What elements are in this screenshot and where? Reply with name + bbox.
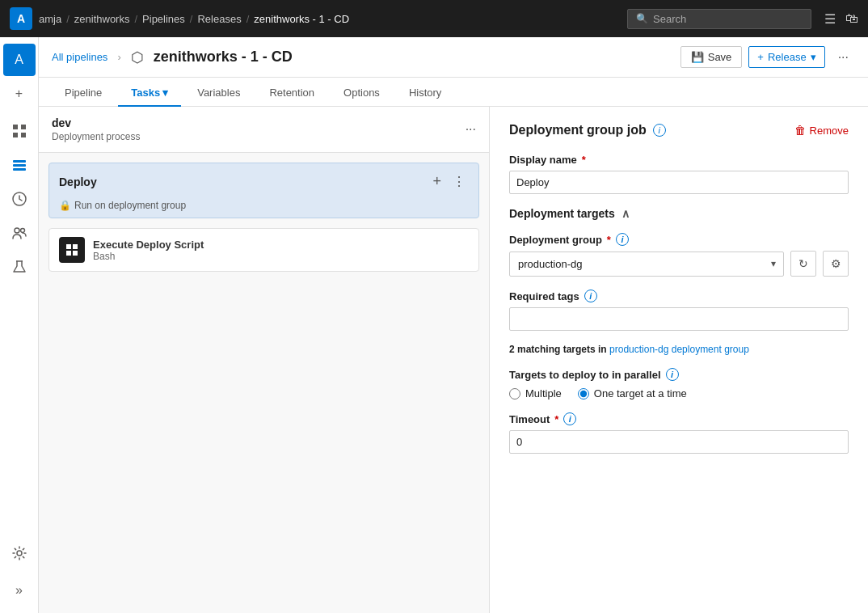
table-row[interactable]: Execute Deploy Script Bash [48, 228, 479, 272]
svg-point-8 [15, 228, 19, 233]
timeout-info-icon[interactable]: i [563, 412, 576, 425]
info-icon[interactable]: i [653, 124, 666, 137]
search-box[interactable]: 🔍 Search [627, 9, 811, 29]
deployment-targets-section: Deployment targets ∧ [509, 207, 849, 220]
top-bar-icons: ☰ 🛍 [824, 11, 858, 27]
search-icon: 🔍 [636, 13, 648, 24]
display-name-group: Display name * [509, 154, 849, 194]
nav-board[interactable] [3, 115, 36, 147]
tab-history[interactable]: History [396, 78, 454, 107]
display-name-input[interactable] [509, 171, 849, 194]
nav-expand[interactable]: » [3, 574, 36, 607]
tab-options[interactable]: Options [331, 78, 393, 107]
nav-add[interactable]: + [3, 78, 36, 110]
matching-targets-text: 2 matching targets in production-dg depl… [509, 344, 849, 355]
radio-multiple[interactable]: Multiple [509, 387, 562, 400]
deployment-group-info-icon[interactable]: i [616, 233, 629, 246]
svg-point-11 [17, 551, 22, 556]
timeout-input[interactable] [509, 430, 849, 454]
svg-rect-6 [13, 168, 26, 171]
tab-variables[interactable]: Variables [184, 78, 253, 107]
svg-rect-1 [21, 125, 26, 129]
deploy-group-more-button[interactable]: ⋮ [449, 172, 469, 191]
app-body: A + [0, 37, 868, 613]
task-icon [59, 237, 85, 263]
page-header: All pipelines › ⬡ zenithworks - 1 - CD 💾… [39, 37, 868, 78]
tab-nav: Pipeline Tasks ▾ Variables Retention Opt… [39, 78, 868, 107]
tab-tasks[interactable]: Tasks ▾ [118, 78, 181, 107]
radio-multiple-input[interactable] [509, 388, 520, 400]
required-tags-input[interactable] [509, 307, 849, 331]
nav-reports[interactable] [3, 183, 36, 215]
breadcrumb-releases[interactable]: Releases [197, 13, 241, 25]
targets-parallel-group: Targets to deploy to in parallel i Multi… [509, 368, 849, 400]
breadcrumb-current: zenithworks - 1 - CD [254, 13, 349, 25]
refresh-button[interactable]: ↻ [790, 251, 816, 277]
nav-pipelines[interactable] [3, 149, 36, 181]
content-split: dev Deployment process ··· Deploy + ⋮ [39, 107, 868, 613]
breadcrumb-zenithworks[interactable]: zenithworks [74, 13, 130, 25]
save-icon: 💾 [691, 51, 704, 63]
deployment-group-select[interactable]: production-dg [509, 252, 784, 277]
nav-teams[interactable] [3, 217, 36, 249]
settings-button[interactable]: ⚙ [823, 251, 849, 277]
radio-one-input[interactable] [578, 388, 589, 400]
breadcrumb-amja[interactable]: amja [39, 13, 61, 25]
matching-targets-link[interactable]: production-dg deployment group [609, 344, 749, 355]
breadcrumb-pipelines[interactable]: Pipelines [142, 13, 185, 25]
task-name: Execute Deploy Script [93, 239, 469, 251]
refresh-icon: ↻ [798, 257, 808, 270]
required-tags-form-group: Required tags i [509, 290, 849, 331]
stage-subtitle: Deployment process [52, 131, 459, 142]
task-type: Bash [93, 251, 469, 262]
more-options-button[interactable]: ··· [832, 46, 855, 69]
nav-home[interactable]: A [3, 44, 36, 76]
required-tags-info-icon[interactable]: i [584, 290, 597, 302]
right-panel-title: Deployment group job [509, 123, 647, 137]
deploy-group-item: Deploy + ⋮ 🔒 Run on deployment group [48, 163, 479, 218]
all-pipelines-link[interactable]: All pipelines [52, 51, 107, 63]
tab-pipeline[interactable]: Pipeline [52, 78, 115, 107]
targets-parallel-info-icon[interactable]: i [666, 368, 679, 381]
page-header-actions: 💾 Save + Release ▾ ··· [680, 46, 855, 69]
right-panel: Deployment group job i 🗑 Remove Display … [490, 107, 868, 613]
search-placeholder: Search [653, 13, 686, 25]
left-panel: dev Deployment process ··· Deploy + ⋮ [39, 107, 490, 613]
menu-icon[interactable]: ☰ [824, 11, 836, 27]
deploy-group-title[interactable]: Deploy [59, 175, 423, 188]
icon-strip: A + [0, 37, 39, 613]
lock-icon: 🔒 [59, 200, 71, 211]
stage-more-button[interactable]: ··· [466, 122, 476, 137]
add-task-button[interactable]: + [429, 171, 445, 192]
required-tags-label: Required tags i [509, 290, 849, 302]
deploy-group-subtitle: 🔒 Run on deployment group [49, 200, 478, 218]
nav-flask[interactable] [3, 251, 36, 283]
deployment-group-form-group: Deployment group * i production-dg ▾ ↻ [509, 233, 849, 277]
chevron-down-icon: ▾ [811, 51, 816, 63]
page-title: zenithworks - 1 - CD [154, 49, 671, 66]
timeout-form-group: Timeout * i [509, 412, 849, 454]
pipeline-icon: ⬡ [131, 49, 144, 66]
radio-group: Multiple One target at a time [509, 387, 849, 400]
svg-rect-0 [13, 125, 18, 129]
trash-icon: 🗑 [794, 124, 806, 137]
release-button[interactable]: + Release ▾ [748, 46, 824, 68]
svg-rect-4 [13, 160, 26, 163]
radio-one[interactable]: One target at a time [578, 387, 687, 400]
save-button[interactable]: 💾 Save [680, 46, 743, 68]
svg-point-9 [20, 229, 24, 233]
tab-retention[interactable]: Retention [256, 78, 327, 107]
chevron-down-icon: ▾ [162, 87, 168, 99]
deployment-group-row: production-dg ▾ ↻ ⚙ [509, 251, 849, 277]
stage-header: dev Deployment process ··· [39, 107, 489, 153]
svg-rect-2 [13, 133, 18, 137]
remove-button[interactable]: 🗑 Remove [794, 124, 849, 137]
bag-icon[interactable]: 🛍 [845, 11, 858, 26]
app-logo[interactable]: A [10, 7, 32, 30]
main-content: All pipelines › ⬡ zenithworks - 1 - CD 💾… [39, 37, 868, 613]
breadcrumb: amja / zenithworks / Pipelines / Release… [39, 13, 621, 25]
collapse-icon[interactable]: ∧ [622, 207, 630, 220]
nav-settings[interactable] [3, 537, 36, 569]
plus-icon: + [757, 51, 764, 63]
stage-title: dev [52, 116, 459, 129]
